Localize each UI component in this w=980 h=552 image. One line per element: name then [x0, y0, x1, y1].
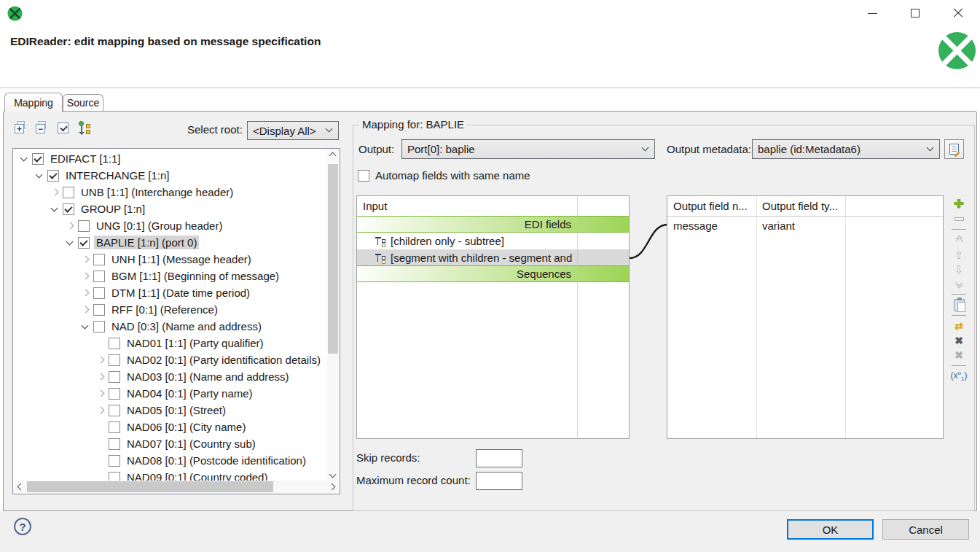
tree-item[interactable]: NAD02 [0:1] (Party identification detail… [14, 351, 326, 368]
scroll-down-icon[interactable] [329, 471, 337, 478]
tree-item[interactable]: UNH [1:1] (Message header) [14, 251, 326, 268]
move-to-top-button[interactable] [949, 233, 968, 246]
tree-item-checkbox[interactable] [93, 304, 105, 316]
input-group-row[interactable]: Sequences [357, 265, 629, 282]
chevron-right-icon[interactable] [95, 388, 106, 400]
tree-item[interactable]: EDIFACT [1:1] [14, 150, 326, 167]
tree-item[interactable]: UNG [0:1] (Group header) [14, 217, 326, 234]
tab-source[interactable]: Source [63, 94, 103, 111]
tree-item-checkbox[interactable] [109, 405, 120, 416]
output-column-header[interactable]: Output field n... [667, 196, 756, 216]
output-metadata-combobox[interactable]: baplie (id:Metadata6) [752, 139, 940, 159]
chevron-right-icon[interactable] [79, 304, 91, 316]
sort-tree-icon[interactable] [77, 121, 92, 136]
tree-item[interactable]: NAD01 [1:1] (Party qualifier) [14, 335, 326, 351]
tree-horizontal-scrollbar[interactable] [14, 481, 339, 493]
close-button[interactable] [947, 3, 969, 23]
output-column-header[interactable]: Output field ty... [756, 196, 845, 216]
edit-metadata-button[interactable] [944, 139, 964, 159]
check-all-icon[interactable] [56, 121, 71, 136]
chevron-down-icon[interactable] [34, 170, 45, 182]
tree-item[interactable]: BAPLIE [1:n] (port 0) [14, 234, 326, 251]
tree-item[interactable]: UNB [1:1] (Interchange header) [14, 184, 326, 201]
remove-mapping-button[interactable]: ✖ [949, 334, 968, 347]
input-item-row[interactable]: [segment with children - segment and [357, 249, 629, 266]
move-to-bottom-button[interactable] [949, 277, 968, 290]
tab-mapping[interactable]: Mapping [4, 93, 63, 112]
tree-item[interactable]: NAD08 [0:1] (Postcode identification) [14, 452, 326, 469]
help-button[interactable]: ? [14, 518, 31, 535]
automap-checkbox[interactable] [358, 170, 369, 182]
chevron-right-icon[interactable] [79, 254, 91, 265]
chevron-right-icon[interactable] [95, 371, 106, 383]
chevron-right-icon[interactable] [95, 354, 106, 366]
scroll-up-icon[interactable] [329, 152, 337, 160]
tree-item-checkbox[interactable] [32, 153, 44, 165]
remove-all-mappings-button[interactable]: ✖ [949, 349, 968, 362]
ok-button[interactable]: OK [787, 519, 874, 540]
input-table-header[interactable]: Input [357, 196, 629, 217]
tree-item[interactable]: NAD [0:3] (Name and address) [14, 318, 326, 335]
tree-item[interactable]: NAD06 [0:1] (City name) [14, 419, 326, 435]
tree-item-checkbox[interactable] [63, 187, 74, 198]
tree-item[interactable]: DTM [1:1] (Date time period) [14, 284, 326, 301]
tree-item[interactable]: GROUP [1:n] [14, 201, 326, 217]
select-root-combobox[interactable]: <Display All> [247, 121, 339, 140]
chevron-down-icon[interactable] [64, 237, 76, 249]
horizontal-scroll-thumb[interactable] [27, 481, 273, 492]
tree-item[interactable]: NAD03 [0:1] (Name and address) [14, 368, 326, 385]
add-field-button[interactable]: ✚ [949, 198, 968, 211]
scroll-right-icon[interactable] [329, 483, 336, 491]
output-column-header[interactable] [845, 196, 943, 216]
max-record-count-input[interactable] [476, 472, 522, 490]
tree-item[interactable]: NAD07 [0:1] (Country sub) [14, 435, 326, 452]
output-port-combobox[interactable]: Port[0]: baplie [401, 139, 655, 159]
tree-item-checkbox[interactable] [93, 321, 105, 333]
tree-item[interactable]: NAD04 [0:1] (Party name) [14, 385, 326, 402]
skip-records-input[interactable] [476, 449, 522, 467]
tree-item[interactable]: BGM [1:1] (Beginning of message) [14, 268, 326, 284]
input-group-row[interactable]: EDI fields [357, 216, 629, 233]
tree-item-checkbox[interactable] [109, 388, 120, 400]
tree-item-checkbox[interactable] [109, 472, 120, 481]
occurrences-button[interactable]: (xo1) [949, 370, 968, 383]
tree-vertical-scrollbar[interactable] [327, 149, 339, 481]
expand-all-icon[interactable]: + [14, 121, 28, 136]
chevron-right-icon[interactable] [95, 405, 106, 416]
output-field-row[interactable]: messagevariant [667, 217, 943, 234]
tree-item[interactable]: RFF [0:1] (Reference) [14, 301, 326, 318]
paste-fields-button[interactable] [949, 298, 968, 311]
tree-item-checkbox[interactable] [109, 421, 120, 433]
tree-item-checkbox[interactable] [109, 455, 120, 467]
input-item-row[interactable]: [children only - subtree] [357, 233, 629, 249]
chevron-right-icon[interactable] [64, 220, 76, 232]
move-down-button[interactable]: ⇩ [949, 263, 968, 276]
tree-item-checkbox[interactable] [109, 438, 120, 450]
maximize-button[interactable] [904, 3, 926, 23]
tree-item-checkbox[interactable] [78, 220, 90, 232]
tree-item[interactable]: INTERCHANGE [1:n] [14, 167, 326, 184]
tree-item-checkbox[interactable] [63, 203, 74, 215]
vertical-scroll-thumb[interactable] [328, 164, 338, 354]
collapse-all-icon[interactable]: − [35, 121, 50, 136]
move-up-button[interactable]: ⇧ [949, 248, 968, 261]
tree-item-checkbox[interactable] [47, 170, 59, 182]
chevron-right-icon[interactable] [49, 187, 60, 198]
minimize-button[interactable] [861, 3, 883, 23]
tree-item[interactable]: NAD05 [0:1] (Street) [14, 402, 326, 419]
chevron-down-icon[interactable] [18, 153, 30, 165]
tree-item-checkbox[interactable] [109, 338, 120, 349]
tree-item-checkbox[interactable] [93, 254, 105, 265]
tree-item-checkbox[interactable] [109, 371, 120, 383]
tree-item-checkbox[interactable] [109, 354, 120, 366]
chevron-down-icon[interactable] [49, 203, 60, 215]
tree-item-checkbox[interactable] [93, 271, 105, 282]
tree-item[interactable]: NAD09 [0:1] (Country coded) [14, 469, 326, 481]
tree-item-checkbox[interactable] [93, 287, 105, 299]
remove-field-button[interactable] [949, 212, 968, 225]
chevron-right-icon[interactable] [79, 287, 91, 299]
scroll-left-icon[interactable] [17, 483, 25, 491]
tree-item-checkbox[interactable] [78, 237, 90, 249]
chevron-right-icon[interactable] [79, 271, 91, 282]
automap-fields-button[interactable]: ⇄ [949, 319, 968, 333]
